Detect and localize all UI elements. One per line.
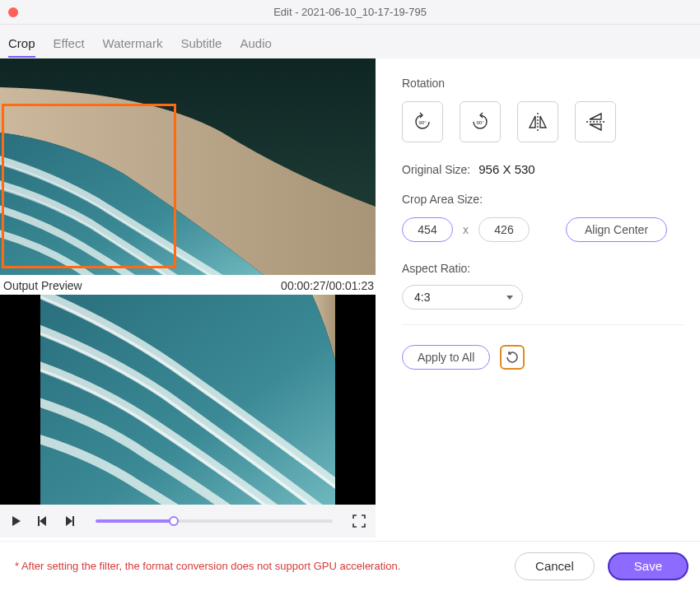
crop-area-size-label: Crop Area Size: <box>402 193 684 206</box>
crop-width-input[interactable] <box>402 217 453 242</box>
prev-frame-button[interactable] <box>35 513 51 529</box>
output-preview-label: Output Preview <box>3 279 82 292</box>
svg-text:90°: 90° <box>476 120 484 125</box>
footer-bar: * After setting the filter, the format c… <box>0 541 700 590</box>
svg-text:90°: 90° <box>418 120 427 125</box>
svg-rect-0 <box>38 516 40 526</box>
svg-rect-1 <box>72 516 74 526</box>
save-button[interactable]: Save <box>608 552 688 580</box>
window-title: Edit - 2021-06-10_10-17-19-795 <box>0 6 700 18</box>
player-controls <box>0 505 376 538</box>
fullscreen-button[interactable] <box>351 513 367 529</box>
crop-rectangle[interactable] <box>2 104 176 268</box>
size-separator: x <box>463 223 469 236</box>
apply-to-all-button[interactable]: Apply to All <box>402 345 490 370</box>
crop-height-input[interactable] <box>478 217 530 242</box>
progress-slider[interactable] <box>96 519 333 523</box>
flip-vertical-button[interactable] <box>575 101 616 142</box>
cancel-button[interactable]: Cancel <box>515 552 595 580</box>
aspect-ratio-select[interactable]: 4:3 <box>402 285 523 310</box>
preview-info-row: Output Preview 00:00:27/00:01:23 <box>0 275 376 295</box>
next-frame-button[interactable] <box>61 513 77 529</box>
align-center-button[interactable]: Align Center <box>566 217 667 242</box>
original-size-value: 956 X 530 <box>478 162 534 176</box>
rotation-label: Rotation <box>402 77 684 90</box>
editor-tabs: Crop Effect Watermark Subtitle Audio <box>0 25 700 58</box>
tab-watermark[interactable]: Watermark <box>103 36 163 50</box>
output-preview <box>0 295 376 505</box>
original-size-label: Original Size: <box>402 163 470 176</box>
tab-audio[interactable]: Audio <box>240 36 271 50</box>
divider <box>402 324 684 325</box>
reset-button[interactable] <box>500 345 525 370</box>
title-bar: Edit - 2021-06-10_10-17-19-795 <box>0 0 700 25</box>
play-button[interactable] <box>8 513 25 529</box>
flip-horizontal-button[interactable] <box>517 101 558 142</box>
timecode: 00:00:27/00:01:23 <box>281 279 374 292</box>
tab-effect[interactable]: Effect <box>54 36 85 50</box>
rotate-cw-90-button[interactable]: 90° <box>460 101 501 142</box>
tab-subtitle[interactable]: Subtitle <box>180 36 222 50</box>
source-preview[interactable] <box>0 58 376 275</box>
close-window-button[interactable] <box>8 7 18 17</box>
tab-crop[interactable]: Crop <box>8 36 35 50</box>
footer-warning: * After setting the filter, the format c… <box>15 560 515 572</box>
aspect-ratio-label: Aspect Ratio: <box>402 262 684 275</box>
rotate-ccw-90-button[interactable]: 90° <box>402 101 443 142</box>
